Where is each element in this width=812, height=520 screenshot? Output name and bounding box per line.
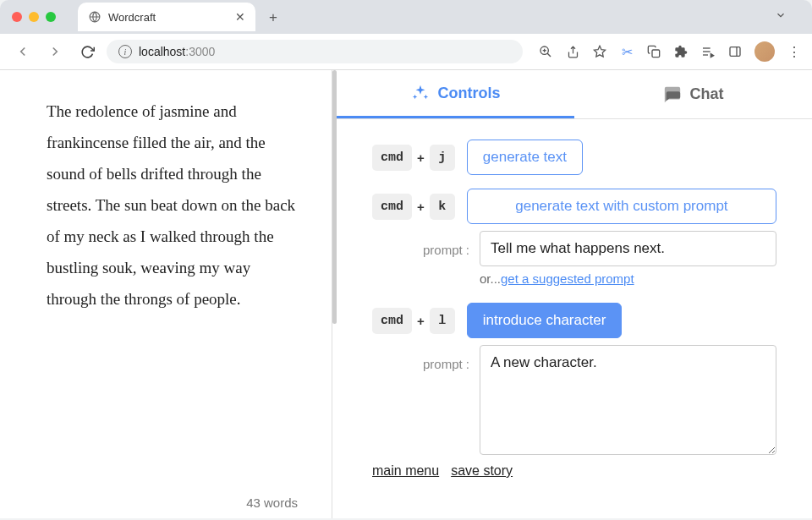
shortcut-custom-prompt: cmd + k bbox=[372, 189, 455, 220]
extensions-icon[interactable] bbox=[673, 44, 689, 59]
site-info-icon[interactable]: i bbox=[118, 45, 132, 58]
profile-avatar[interactable] bbox=[754, 41, 775, 62]
suggested-prompt-link[interactable]: get a suggested prompt bbox=[501, 271, 634, 286]
url-host: localhost:3000 bbox=[139, 45, 215, 58]
copy-icon[interactable] bbox=[646, 44, 661, 59]
browser-tab[interactable]: Wordcraft ✕ bbox=[78, 3, 255, 31]
tab-chat-label: Chat bbox=[690, 85, 724, 103]
back-button[interactable] bbox=[10, 39, 36, 64]
save-story-link[interactable]: save story bbox=[451, 463, 513, 479]
playlist-icon[interactable] bbox=[700, 44, 716, 59]
shortcut-introduce-character: cmd + l bbox=[372, 303, 455, 334]
generate-custom-prompt-button[interactable]: generate text with custom prompt bbox=[467, 189, 776, 224]
svg-marker-11 bbox=[710, 54, 713, 57]
tab-title: Wordcraft bbox=[108, 11, 228, 24]
scissors-icon[interactable]: ✂ bbox=[619, 44, 634, 59]
reload-button[interactable] bbox=[74, 39, 100, 64]
key-cmd: cmd bbox=[372, 308, 412, 334]
controls-pane: Controls Chat cmd + j generate text bbox=[337, 70, 812, 518]
window-maximize-button[interactable] bbox=[46, 12, 56, 22]
zoom-icon[interactable] bbox=[538, 44, 553, 59]
svg-line-2 bbox=[547, 53, 551, 57]
menu-icon[interactable]: ⋮ bbox=[787, 44, 802, 59]
editor-pane[interactable]: The redolence of jasmine and frankincens… bbox=[0, 70, 332, 518]
share-icon[interactable] bbox=[565, 44, 580, 59]
svg-marker-6 bbox=[594, 46, 605, 57]
window-controls: Wordcraft ✕ + bbox=[0, 0, 812, 34]
tab-controls-label: Controls bbox=[438, 85, 501, 102]
sidepanel-icon[interactable] bbox=[727, 44, 743, 59]
custom-prompt-input[interactable] bbox=[480, 231, 776, 266]
prompt-label: prompt : bbox=[423, 231, 469, 257]
key-cmd: cmd bbox=[372, 194, 412, 220]
address-bar[interactable]: i localhost:3000 bbox=[107, 40, 523, 63]
chat-icon bbox=[663, 85, 682, 104]
scrollbar-thumb[interactable] bbox=[332, 70, 337, 324]
tab-controls[interactable]: Controls bbox=[337, 70, 574, 118]
main-menu-link[interactable]: main menu bbox=[372, 463, 439, 479]
svg-rect-7 bbox=[652, 50, 660, 57]
key-plus: + bbox=[417, 200, 425, 214]
new-tab-button[interactable]: + bbox=[264, 4, 283, 31]
forward-button[interactable] bbox=[42, 39, 68, 64]
svg-rect-12 bbox=[730, 47, 740, 57]
story-text[interactable]: The redolence of jasmine and frankincens… bbox=[47, 96, 298, 315]
tab-dropdown-button[interactable] bbox=[761, 3, 800, 31]
word-count: 43 words bbox=[246, 495, 298, 510]
generate-text-button[interactable]: generate text bbox=[467, 140, 583, 175]
key-cmd: cmd bbox=[372, 145, 412, 171]
window-close-button[interactable] bbox=[12, 12, 22, 22]
shortcut-generate-text: cmd + j bbox=[372, 140, 455, 171]
browser-toolbar: i localhost:3000 ✂ ⋮ bbox=[0, 34, 812, 70]
hint-prefix: or... bbox=[480, 271, 501, 286]
prompt-label: prompt : bbox=[423, 345, 469, 371]
tab-chat[interactable]: Chat bbox=[574, 70, 812, 118]
key-l: l bbox=[430, 308, 455, 334]
window-minimize-button[interactable] bbox=[29, 12, 39, 22]
tab-close-button[interactable]: ✕ bbox=[235, 10, 245, 24]
sparkle-icon bbox=[411, 84, 430, 102]
key-j: j bbox=[430, 145, 455, 171]
character-prompt-textarea[interactable] bbox=[480, 345, 776, 455]
pane-divider[interactable] bbox=[332, 70, 337, 518]
key-plus: + bbox=[417, 151, 425, 165]
star-icon[interactable] bbox=[592, 44, 607, 59]
key-k: k bbox=[430, 194, 455, 220]
globe-icon bbox=[88, 10, 102, 24]
key-plus: + bbox=[417, 314, 425, 328]
introduce-character-button[interactable]: introduce character bbox=[467, 303, 623, 338]
